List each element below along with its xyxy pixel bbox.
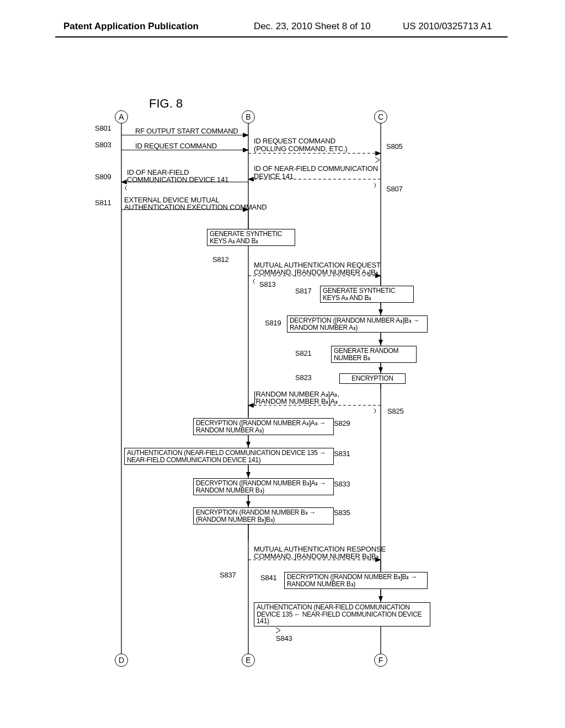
step-s812: S812 <box>212 255 229 264</box>
lane-marker-d-bottom: D <box>115 654 128 667</box>
header-rule <box>55 36 508 38</box>
msg-mutresp-l2: COMMAND, [RANDOM NUMBER B₃]B₃ <box>254 552 379 560</box>
box-dec-c-a: DECRYPTION ([RANDOM NUMBER A₃]B₃ →RANDOM… <box>287 315 428 333</box>
step-s829: S829 <box>334 419 350 427</box>
step-s819: S819 <box>265 319 281 327</box>
box-gen-rand-b3: GENERATE RANDOMNUMBER B₃ <box>331 346 417 363</box>
box-dec-c-b: DECRYPTION ([RANDOM NUMBER B₃]B₃ →RANDOM… <box>284 572 428 589</box>
msg-id-req-ab: ID REQUEST COMMAND <box>135 142 217 150</box>
step-s817: S817 <box>295 287 312 295</box>
step-s823: S823 <box>295 373 312 382</box>
header-right: US 2010/0325713 A1 <box>403 21 492 32</box>
msg-id141-cb-l2: DEVICE 141 <box>254 172 294 180</box>
lane-marker-e-bottom: E <box>242 654 255 667</box>
step-s809: S809 <box>95 173 111 181</box>
lane-marker-c-top: C <box>374 110 387 124</box>
page-header: Patent Application Publication Dec. 23, … <box>0 21 565 43</box>
box-enc-c: ENCRYPTION <box>339 373 406 384</box>
msg-rf-output: RF OUTPUT START COMMAND <box>135 127 238 135</box>
step-s801: S801 <box>95 124 111 132</box>
box-dec-b-a: DECRYPTION ([RANDOM NUMBER A₃]A₃ →RANDOM… <box>193 418 334 435</box>
step-s833: S833 <box>334 480 350 488</box>
box-gen-keys-b: GENERATE SYNTHETICKEYS A₃ AND B₃ <box>207 229 295 246</box>
header-center: Dec. 23, 2010 Sheet 8 of 10 <box>254 21 371 32</box>
box-gen-keys-c: GENERATE SYNTHETICKEYS A₃ AND B₃ <box>320 286 414 303</box>
box-auth-c-rev: AUTHENTICATION (NEAR-FIELD COMMUNICATION… <box>254 602 430 627</box>
msg-randpair-l2: [RANDOM NUMBER B₃]A₃ <box>254 397 338 405</box>
step-s835: S835 <box>334 508 350 517</box>
step-s813: S813 <box>259 280 276 288</box>
lane-marker-f-bottom: F <box>374 654 387 667</box>
step-s831: S831 <box>334 449 350 458</box>
step-s843: S843 <box>276 634 292 643</box>
sequence-diagram: FIG. 8 <box>94 99 480 678</box>
msg-ext-auth-l2: AUTHENTICATION EXECUTION COMMAND <box>124 203 266 211</box>
msg-id-req-bc-l1: ID REQUEST COMMAND <box>254 137 335 145</box>
step-s825: S825 <box>387 407 404 415</box>
box-enc-b: ENCRYPTION (RANDOM NUMBER B₃ →(RANDOM NU… <box>193 507 334 524</box>
step-s821: S821 <box>295 349 312 357</box>
step-s807: S807 <box>386 185 403 193</box>
box-dec-b-b: DECRYPTION ([RANDOM NUMBER B₃]A₃ →RANDOM… <box>193 478 334 495</box>
header-left: Patent Application Publication <box>63 21 199 32</box>
step-s837: S837 <box>220 571 236 579</box>
step-s805: S805 <box>386 142 403 151</box>
lane-marker-b-top: B <box>242 110 255 124</box>
step-s803: S803 <box>95 141 111 149</box>
box-auth-b-fwd: AUTHENTICATION (NEAR-FIELD COMMUNICATION… <box>124 448 334 465</box>
msg-id-req-bc-l2: (POLLING COMMAND, ETC.) <box>254 144 347 153</box>
msg-id141-cb-l1: ID OF NEAR-FIELD COMMUNICATION <box>254 164 378 173</box>
diagram-svg <box>94 99 480 678</box>
step-s811: S811 <box>95 199 111 207</box>
step-s841: S841 <box>260 574 277 582</box>
page: Patent Application Publication Dec. 23, … <box>0 0 565 728</box>
lane-marker-a-top: A <box>115 110 128 124</box>
msg-mutreq-l2: COMMAND, [RANDOM NUMBER A₃]B₃ <box>254 268 378 276</box>
msg-id141-ba-l2: COMMUNICATION DEVICE 141 <box>127 175 228 184</box>
